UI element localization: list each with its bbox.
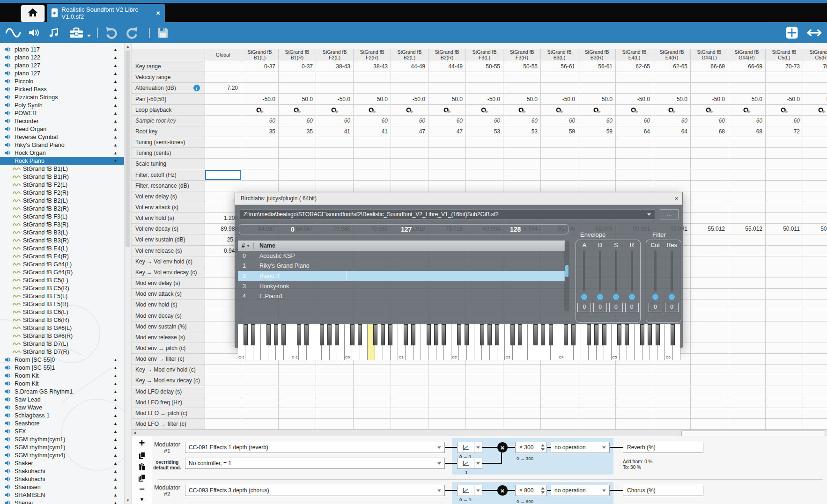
- table-cell[interactable]: 50-55: [466, 61, 503, 72]
- sidebar-item-picked-bass[interactable]: Picked Bass▲: [0, 85, 124, 93]
- table-cell[interactable]: [466, 148, 503, 159]
- table-cell[interactable]: 68: [691, 126, 728, 137]
- table-cell[interactable]: 44-49: [428, 61, 466, 72]
- piano-key-black[interactable]: [625, 324, 629, 345]
- table-cell[interactable]: [691, 365, 728, 375]
- cell-global[interactable]: [205, 105, 241, 116]
- slider-knob[interactable]: [669, 294, 675, 300]
- table-cell[interactable]: 44-49: [391, 61, 428, 72]
- table-cell[interactable]: -50.0: [691, 94, 728, 104]
- table-cell[interactable]: [803, 397, 827, 408]
- table-cell[interactable]: [316, 181, 354, 191]
- table-cell[interactable]: [766, 289, 803, 299]
- table-cell[interactable]: [391, 148, 428, 159]
- sidebar-item-shaker[interactable]: Shaker▲: [0, 459, 124, 467]
- sidebar-item-pizzicato-strings[interactable]: Pizzicato Strings▲: [0, 93, 124, 101]
- sidebar-item-rock-piano[interactable]: Rock Piano▼: [0, 157, 124, 165]
- table-cell[interactable]: 70-73: [766, 61, 803, 72]
- table-cell[interactable]: [241, 159, 279, 169]
- tree-scrollbar-thumb[interactable]: [126, 51, 130, 247]
- table-cell[interactable]: [578, 375, 616, 386]
- table-cell[interactable]: [728, 299, 766, 310]
- table-cell[interactable]: [653, 408, 691, 419]
- table-cell[interactable]: 70-73: [803, 61, 827, 72]
- table-cell[interactable]: [578, 365, 616, 375]
- table-cell[interactable]: [653, 159, 691, 169]
- table-cell[interactable]: [728, 246, 766, 256]
- table-cell[interactable]: [428, 387, 466, 397]
- home-button[interactable]: [21, 5, 45, 22]
- table-cell[interactable]: [691, 246, 728, 256]
- table-cell[interactable]: [354, 408, 391, 419]
- modulator1-source-select[interactable]: CC-091 Effects 1 depth (reverb): [185, 442, 445, 453]
- chevron-up-icon[interactable]: ▲: [113, 421, 118, 426]
- table-cell[interactable]: [728, 83, 766, 94]
- modulator2-source-select[interactable]: CC-093 Effects 3 depth (chorus): [185, 485, 445, 496]
- table-cell[interactable]: 41: [354, 126, 391, 137]
- cell-loop-icon[interactable]: [728, 105, 766, 116]
- table-cell[interactable]: [691, 419, 728, 430]
- table-cell[interactable]: 60: [503, 116, 541, 126]
- chevron-up-icon[interactable]: ▲: [113, 127, 118, 131]
- table-cell[interactable]: [316, 148, 354, 159]
- table-cell[interactable]: [616, 365, 653, 375]
- table-cell[interactable]: [428, 170, 466, 181]
- table-cell[interactable]: [316, 72, 354, 83]
- chevron-up-icon[interactable]: ▲: [113, 381, 118, 386]
- table-cell[interactable]: 60: [578, 116, 616, 126]
- table-cell[interactable]: [616, 170, 653, 181]
- chevron-up-icon[interactable]: ▲: [113, 95, 118, 100]
- table-cell[interactable]: [354, 72, 391, 83]
- table-cell[interactable]: [691, 234, 728, 245]
- slider-track[interactable]: [631, 250, 633, 292]
- table-cell[interactable]: [803, 202, 827, 213]
- table-cell[interactable]: [428, 408, 466, 419]
- table-cell[interactable]: [354, 419, 391, 430]
- table-cell[interactable]: [316, 408, 354, 419]
- table-cell[interactable]: 60: [766, 116, 803, 126]
- table-cell[interactable]: 59: [541, 126, 578, 137]
- piano-key-black[interactable]: [358, 324, 362, 345]
- table-cell[interactable]: 0-37: [279, 61, 316, 72]
- piano-key-black[interactable]: [640, 324, 644, 345]
- table-cell[interactable]: 50.0: [803, 94, 827, 104]
- table-cell[interactable]: 50-55: [503, 61, 541, 72]
- table-cell[interactable]: [766, 213, 803, 224]
- sidebar-item-stgrand-fb-b1-r[interactable]: StGrand fB B1(R): [0, 173, 124, 181]
- sidebar-item-stgrand-fb-g-4-r[interactable]: StGrand fB G#4(R): [0, 268, 124, 276]
- chevron-up-icon[interactable]: ▲: [113, 103, 118, 108]
- piano-key-black[interactable]: [251, 324, 255, 345]
- table-cell[interactable]: [354, 83, 391, 94]
- table-cell[interactable]: [541, 397, 578, 408]
- table-cell[interactable]: [728, 365, 766, 375]
- table-cell[interactable]: [466, 159, 503, 169]
- table-cell[interactable]: [578, 148, 616, 159]
- table-cell[interactable]: [541, 170, 578, 181]
- table-cell[interactable]: [653, 419, 691, 430]
- table-cell[interactable]: [241, 181, 279, 191]
- table-cell[interactable]: [728, 191, 766, 202]
- table-cell[interactable]: 50.0: [428, 94, 466, 104]
- table-cell[interactable]: [766, 299, 803, 310]
- table-cell[interactable]: 41: [316, 126, 354, 137]
- table-cell[interactable]: [466, 365, 503, 375]
- cell-loop-icon[interactable]: [279, 105, 316, 116]
- table-cell[interactable]: [616, 397, 653, 408]
- table-cell[interactable]: [503, 181, 541, 191]
- table-cell[interactable]: [279, 387, 316, 397]
- piano-key-black[interactable]: [244, 324, 248, 345]
- number-column-header[interactable]: #: [242, 242, 245, 249]
- table-cell[interactable]: [766, 408, 803, 419]
- piano-key-black[interactable]: [388, 324, 392, 345]
- table-cell[interactable]: [803, 387, 827, 397]
- slider-track[interactable]: [654, 250, 657, 292]
- table-cell[interactable]: [766, 375, 803, 386]
- table-cell[interactable]: [803, 267, 827, 278]
- cell-loop-icon[interactable]: [428, 105, 466, 116]
- table-cell[interactable]: [616, 83, 653, 94]
- sidebar-item-stgrand-fb-f2-l[interactable]: StGrand fB F2(L): [0, 181, 124, 189]
- cell-loop-icon[interactable]: [616, 105, 653, 116]
- chevron-up-icon[interactable]: ▲: [113, 397, 118, 402]
- chevron-up-icon[interactable]: ▲: [113, 55, 118, 60]
- table-cell[interactable]: [578, 170, 616, 181]
